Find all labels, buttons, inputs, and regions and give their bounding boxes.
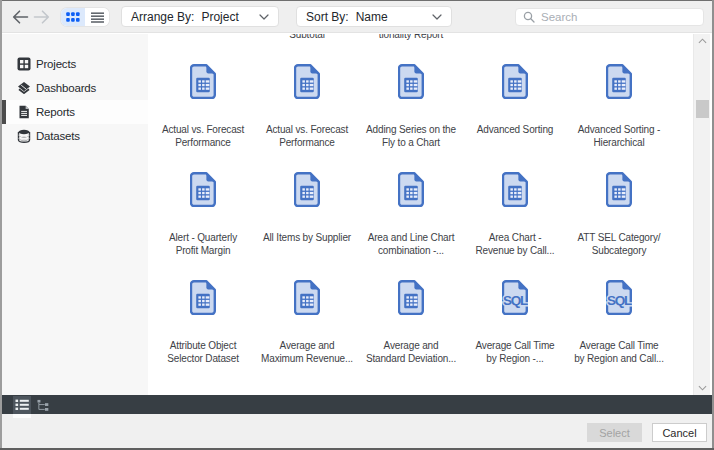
- report-grid: Subtotal tionality Report Actual vs. For…: [148, 34, 710, 395]
- grid-report-icon: [606, 64, 632, 99]
- report-item-label: ATT SEL Category/Subcategory: [567, 231, 671, 257]
- list-mode-selected-strip: [13, 414, 31, 418]
- sort-by-dropdown[interactable]: Sort By: Name: [296, 6, 452, 27]
- grid-report-icon: [294, 64, 320, 99]
- sidebar-item-label: Dashboards: [36, 82, 96, 94]
- grid-report-icon: [190, 172, 216, 207]
- report-item-label: Area and Line Chartcombination -...: [359, 231, 463, 257]
- arrange-by-label: Arrange By:: [131, 10, 194, 24]
- report-item-label: Average Call Timeby Region -...: [463, 339, 567, 365]
- grid-report-icon: [606, 172, 632, 207]
- window-border-top: [0, 0, 714, 1]
- grid-view-icon: [66, 12, 80, 23]
- report-item-label: All Items by Supplier: [255, 231, 359, 244]
- report-item[interactable]: Advanced Sorting -Hierarchical: [567, 64, 671, 149]
- cancel-button[interactable]: Cancel: [652, 423, 707, 442]
- list-view-button[interactable]: [85, 8, 109, 26]
- report-item[interactable]: Average Call Timeby Region -...: [463, 280, 567, 365]
- grid-report-icon: [190, 64, 216, 99]
- sidebar-item-reports[interactable]: Reports: [0, 100, 148, 124]
- report-item-label: Average Call Timeby Region and Call...: [567, 339, 671, 365]
- projects-icon: [17, 57, 31, 71]
- arrange-by-dropdown[interactable]: Arrange By: Project: [121, 6, 279, 27]
- report-item[interactable]: Advanced Sorting: [463, 64, 567, 136]
- grid-view-button[interactable]: [61, 8, 85, 26]
- report-item-label: Average andStandard Deviation...: [359, 339, 463, 365]
- reports-icon: [17, 105, 31, 119]
- open-report-dialog: Arrange By: Project Sort By: Name Search…: [0, 0, 714, 450]
- report-item-label: Area Chart -Revenue by Call...: [463, 231, 567, 257]
- sidebar-item-label: Projects: [36, 58, 76, 70]
- sidebar-item-datasets[interactable]: Datasets: [0, 124, 148, 148]
- report-item-label: Actual vs. ForecastPerformance: [151, 123, 255, 149]
- report-item[interactable]: Area and Line Chartcombination -...: [359, 172, 463, 257]
- sidebar-item-projects[interactable]: Projects: [0, 52, 148, 76]
- scroll-down-icon[interactable]: [698, 385, 707, 391]
- grid-report-icon: [294, 280, 320, 315]
- report-item-label: Adding Series on theFly to a Chart: [359, 123, 463, 149]
- sql-report-icon: [502, 280, 528, 315]
- report-item-label: Alert - QuarterlyProfit Margin: [151, 231, 255, 257]
- report-item[interactable]: Average andMaximum Revenue...: [255, 280, 359, 365]
- sidebar: Projects Dashboards Reports Datasets: [0, 34, 148, 395]
- report-item[interactable]: Actual vs. ForecastPerformance: [255, 64, 359, 149]
- scrollbar-thumb[interactable]: [696, 100, 709, 118]
- scroll-up-icon[interactable]: [698, 38, 707, 44]
- grid-report-icon: [190, 280, 216, 315]
- report-item[interactable]: Attribute ObjectSelector Dataset: [151, 280, 255, 365]
- report-item[interactable]: Average andStandard Deviation...: [359, 280, 463, 365]
- grid-report-icon: [398, 64, 424, 99]
- partial-report-label[interactable]: tionality Report: [359, 34, 463, 41]
- report-item-label: Advanced Sorting -Hierarchical: [567, 123, 671, 149]
- sort-by-label: Sort By:: [306, 10, 349, 24]
- report-item-label: Attribute ObjectSelector Dataset: [151, 339, 255, 365]
- partial-report-label[interactable]: Subtotal: [255, 34, 359, 41]
- report-item-label: Average andMaximum Revenue...: [255, 339, 359, 365]
- report-item-label: Advanced Sorting: [463, 123, 567, 136]
- vertical-scrollbar[interactable]: [693, 34, 710, 395]
- back-arrow-icon[interactable]: [12, 9, 29, 25]
- sidebar-item-dashboards[interactable]: Dashboards: [0, 76, 148, 100]
- report-item[interactable]: ATT SEL Category/Subcategory: [567, 172, 671, 257]
- report-item[interactable]: Average Call Timeby Region and Call...: [567, 280, 671, 365]
- search-icon: [523, 11, 535, 23]
- sidebar-item-label: Reports: [36, 106, 75, 118]
- report-item[interactable]: Actual vs. ForecastPerformance: [151, 64, 255, 149]
- dashboards-icon: [17, 81, 31, 95]
- datasets-icon: [17, 129, 31, 143]
- list-mode-icon: [15, 399, 29, 411]
- view-toggle: [61, 8, 109, 26]
- select-button[interactable]: Select: [587, 423, 642, 442]
- report-item[interactable]: Area Chart -Revenue by Call...: [463, 172, 567, 257]
- report-item[interactable]: Adding Series on theFly to a Chart: [359, 64, 463, 149]
- sql-report-icon: [606, 280, 632, 315]
- report-item-label: Actual vs. ForecastPerformance: [255, 123, 359, 149]
- tree-mode-button[interactable]: [34, 396, 52, 414]
- chevron-down-icon: [432, 14, 442, 20]
- grid-report-icon: [502, 172, 528, 207]
- grid-report-icon: [294, 172, 320, 207]
- search-input[interactable]: Search: [515, 8, 704, 26]
- sidebar-item-label: Datasets: [36, 130, 80, 142]
- tree-mode-icon: [37, 399, 50, 412]
- grid-report-icon: [502, 64, 528, 99]
- report-item[interactable]: All Items by Supplier: [255, 172, 359, 244]
- search-placeholder: Search: [541, 11, 577, 23]
- window-border-left: [0, 0, 2, 450]
- display-mode-bar: [0, 395, 714, 414]
- list-view-icon: [91, 12, 104, 23]
- sort-by-value: Name: [356, 10, 388, 24]
- footer: Select Cancel: [0, 414, 714, 450]
- report-item[interactable]: Alert - QuarterlyProfit Margin: [151, 172, 255, 257]
- top-toolbar: Arrange By: Project Sort By: Name Search: [0, 0, 714, 33]
- arrange-by-value: Project: [201, 10, 238, 24]
- grid-report-icon: [398, 280, 424, 315]
- forward-arrow-icon[interactable]: [33, 9, 50, 25]
- chevron-down-icon: [259, 14, 269, 20]
- grid-report-icon: [398, 172, 424, 207]
- list-mode-button[interactable]: [13, 396, 31, 414]
